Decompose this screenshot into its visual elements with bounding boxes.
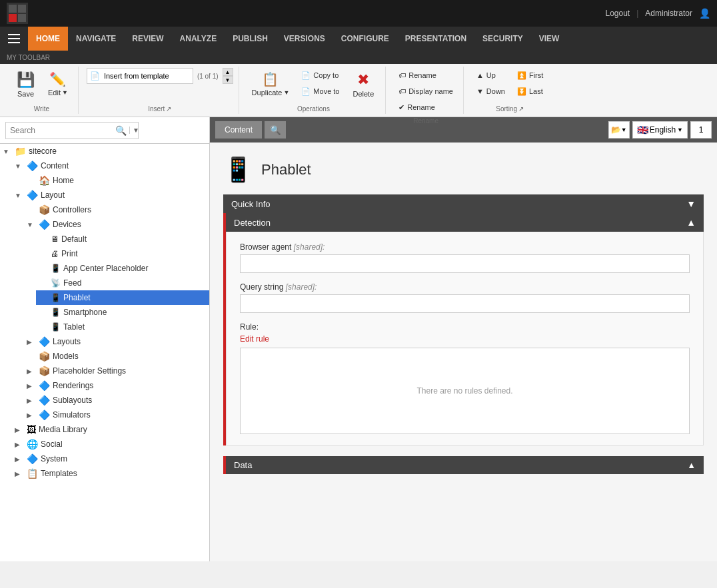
- nav-item-view[interactable]: VIEW: [531, 27, 568, 51]
- nav-item-analyze[interactable]: ANALYZE: [172, 27, 225, 51]
- tree-item-home[interactable]: ▶ 🏠 Home: [24, 173, 209, 188]
- rename-confirm-button[interactable]: ✔ Rename: [394, 100, 458, 115]
- last-icon: ⏬: [517, 87, 526, 96]
- tree-item-app-center[interactable]: ▶ 📱 App Center Placeholder: [36, 261, 209, 276]
- search-input[interactable]: [6, 126, 113, 135]
- nav-item-presentation[interactable]: PRESENTATION: [397, 27, 474, 51]
- tree-item-default[interactable]: ▶ 🖥 Default: [36, 232, 209, 246]
- tree-toggle-renderings[interactable]: ▶: [27, 382, 36, 390]
- detection-toggle-icon: ▲: [686, 217, 696, 228]
- ribbon-rename-items: 🏷 Rename 🏷 Display name ✔ Rename: [394, 68, 458, 115]
- nav-item-publish[interactable]: PUBLISH: [225, 27, 276, 51]
- edit-dropdown-icon: ▼: [62, 89, 68, 96]
- home-icon: 🏠: [39, 175, 50, 186]
- tab-content[interactable]: Content: [215, 121, 262, 139]
- tree-item-social[interactable]: ▶ 🌐 Social: [12, 437, 209, 451]
- version-selector[interactable]: 1: [690, 121, 712, 139]
- tree-toggle-social[interactable]: ▶: [15, 441, 24, 448]
- display-name-button[interactable]: 🏷 Display name: [394, 84, 458, 99]
- app-center-icon: 📱: [51, 264, 61, 273]
- insert-down-arrow[interactable]: ▼: [223, 76, 233, 84]
- logo-cell-2: [18, 5, 26, 13]
- tab-search-icon[interactable]: 🔍: [265, 121, 286, 139]
- tree-item-templates[interactable]: ▶ 📋 Templates: [12, 466, 209, 481]
- detection-section-header[interactable]: Detection ▲: [226, 213, 704, 232]
- last-button[interactable]: ⏬ Last: [512, 84, 548, 99]
- detection-section-content: Browser agent [shared]: Query string [sh…: [226, 232, 704, 445]
- tree-item-sublayouts[interactable]: ▶ 🔷 Sublayouts: [24, 393, 209, 408]
- nav-item-versions[interactable]: VERSIONS: [276, 27, 333, 51]
- logo-cell-3: [9, 14, 17, 22]
- tree-toggle-models: ▶: [27, 353, 36, 360]
- tree-toggle-media[interactable]: ▶: [15, 426, 24, 434]
- duplicate-button[interactable]: 📋 Duplicate ▼: [247, 68, 295, 101]
- tree-toggle-system[interactable]: ▶: [15, 455, 24, 463]
- data-section-header[interactable]: Data ▲: [226, 456, 704, 474]
- tree-toggle-templates[interactable]: ▶: [15, 470, 24, 477]
- tree-toggle-placeholder[interactable]: ▶: [27, 368, 36, 375]
- copy-to-button[interactable]: 📄 Copy to: [297, 68, 344, 83]
- tree-toggle-sublayouts[interactable]: ▶: [27, 397, 36, 404]
- tree-item-placeholder-settings[interactable]: ▶ 📦 Placeholder Settings: [24, 364, 209, 378]
- tree-item-renderings[interactable]: ▶ 🔷 Renderings: [24, 378, 209, 393]
- tree-item-print[interactable]: ▶ 🖨 Print: [36, 246, 209, 261]
- tree-toggle-layout[interactable]: ▼: [15, 192, 24, 199]
- tree-item-models[interactable]: ▶ 📦 Models: [24, 349, 209, 364]
- tree-item-tablet[interactable]: ▶ 📱 Tablet: [36, 320, 209, 334]
- tree-toggle-sitecore[interactable]: ▼: [3, 148, 12, 155]
- insert-template-input[interactable]: 📄 Insert from template: [87, 68, 193, 84]
- nav-item-home[interactable]: HOME: [28, 27, 68, 51]
- folder-view-button[interactable]: 📂 ▼: [608, 121, 630, 139]
- search-dropdown-icon[interactable]: ▼: [129, 127, 142, 134]
- search-icon[interactable]: 🔍: [113, 125, 129, 136]
- logout-link[interactable]: Logout: [605, 9, 630, 18]
- save-button[interactable]: 💾 Save: [11, 68, 41, 101]
- nav-item-security[interactable]: SECURITY: [474, 27, 531, 51]
- rename-button[interactable]: 🏷 Rename: [394, 68, 458, 83]
- tree-toggle-content[interactable]: ▼: [15, 162, 24, 170]
- tree-item-simulators[interactable]: ▶ 🔷 Simulators: [24, 408, 209, 422]
- up-button[interactable]: ▲ Up: [472, 68, 510, 83]
- ribbon-operations-items: 📋 Duplicate ▼ 📄 Copy to 📄 Move to ✖ Del: [247, 68, 380, 103]
- insert-expand-icon[interactable]: ↗: [166, 105, 171, 113]
- edit-button[interactable]: ✏️ Edit ▼: [43, 68, 73, 101]
- tree-label-sublayouts: Sublayouts: [53, 396, 92, 405]
- hamburger-menu[interactable]: [3, 28, 25, 49]
- browser-agent-input[interactable]: [240, 254, 690, 273]
- tree-toggle-home: ▶: [27, 177, 36, 184]
- tree-toggle-layouts[interactable]: ▶: [27, 338, 36, 346]
- quick-info-section-header[interactable]: Quick Info ▼: [223, 194, 704, 213]
- ribbon-group-operations: 📋 Duplicate ▼ 📄 Copy to 📄 Move to ✖ Del: [242, 67, 386, 114]
- tree-item-layout[interactable]: ▼ 🔷 Layout: [12, 188, 209, 202]
- tree-item-smartphone[interactable]: ▶ 📱 Smartphone: [36, 305, 209, 320]
- tree-item-content[interactable]: ▼ 🔷 Content: [12, 158, 209, 173]
- query-string-input[interactable]: [240, 294, 690, 313]
- sorting-expand-icon[interactable]: ↗: [518, 105, 524, 113]
- tree-item-sitecore[interactable]: ▼ 📁 sitecore: [0, 144, 209, 158]
- tree-toggle-simulators[interactable]: ▶: [27, 412, 36, 419]
- renderings-icon: 🔷: [39, 380, 50, 391]
- media-library-icon: 🖼: [27, 424, 36, 435]
- first-button[interactable]: ⏫ First: [512, 68, 548, 83]
- duplicate-icon: 📋: [262, 71, 279, 87]
- tree-item-system[interactable]: ▶ 🔷 System: [12, 451, 209, 466]
- tree-item-feed[interactable]: ▶ 📡 Feed: [36, 276, 209, 290]
- tree-toggle-devices[interactable]: ▼: [27, 221, 36, 228]
- language-selector[interactable]: 🇬🇧 English ▼: [632, 121, 688, 139]
- edit-rule-link[interactable]: Edit rule: [240, 334, 690, 344]
- tree-item-phablet[interactable]: ▶ 📱 Phablet: [36, 290, 209, 305]
- delete-icon: ✖: [357, 71, 369, 89]
- tree-item-controllers[interactable]: ▶ 📦 Controllers: [24, 202, 209, 217]
- down-button[interactable]: ▼ Down: [472, 84, 510, 99]
- nav-item-navigate[interactable]: NAVIGATE: [68, 27, 124, 51]
- nav-item-configure[interactable]: CONFIGURE: [333, 27, 397, 51]
- print-icon: 🖨: [51, 249, 59, 258]
- move-to-button[interactable]: 📄 Move to: [297, 84, 344, 99]
- tree-item-media-library[interactable]: ▶ 🖼 Media Library: [12, 422, 209, 437]
- delete-button[interactable]: ✖ Delete: [347, 68, 380, 101]
- insert-up-arrow[interactable]: ▲: [223, 68, 233, 76]
- tree-item-layouts[interactable]: ▶ 🔷 Layouts: [24, 334, 209, 349]
- tree-item-devices[interactable]: ▼ 🔷 Devices: [24, 217, 209, 232]
- tree-toggle-print: ▶: [39, 250, 48, 258]
- nav-item-review[interactable]: REVIEW: [124, 27, 171, 51]
